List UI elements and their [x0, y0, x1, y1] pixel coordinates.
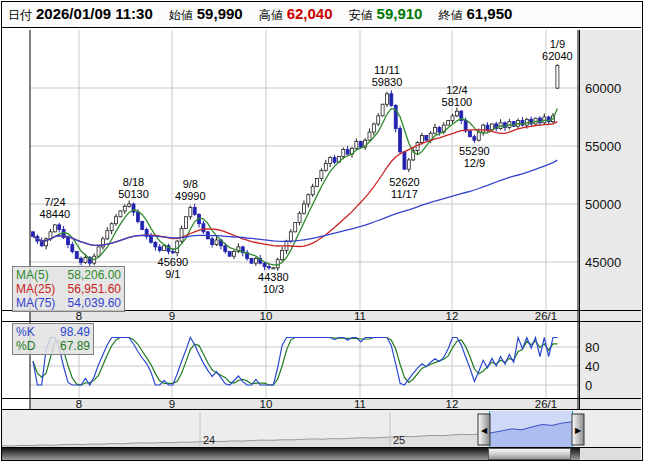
- price-tick-label: 60000: [585, 81, 621, 96]
- annotation: 11/11: [374, 64, 400, 76]
- annotation: 8/18: [123, 176, 144, 188]
- percent-d-value: 67.89: [60, 339, 90, 353]
- navigator-left-handle[interactable]: ◀: [478, 414, 490, 445]
- ma-legend: MA(5) 58,206.00 MA(25) 56,951.60 MA(75) …: [12, 266, 125, 312]
- ma5-label: MA(5): [16, 268, 49, 282]
- month-tick-label: 10: [260, 310, 273, 322]
- header-low: 安値 59,910: [349, 5, 423, 24]
- month-tick-label: 9: [169, 310, 175, 322]
- percent-d-row: %D 67.89: [16, 339, 90, 353]
- annotation: 59830: [372, 76, 403, 88]
- annotation: 10/3: [263, 283, 284, 295]
- open-value: 59,990: [197, 5, 243, 22]
- low-label: 安値: [349, 7, 373, 24]
- annotation: 58100: [442, 96, 473, 108]
- stoch-tick-label: 40: [585, 359, 599, 374]
- close-label: 終値: [438, 7, 462, 24]
- high-label: 高値: [259, 7, 283, 24]
- month-tick-label: 12: [446, 398, 459, 410]
- svg-text:◀: ◀: [481, 426, 488, 435]
- annotation: 44380: [258, 271, 289, 283]
- stoch-tick-label: 0: [585, 378, 592, 393]
- chart-canvas[interactable]: 7/24484408/18501309/849990456909/1443801…: [0, 0, 653, 470]
- header-high: 高値 62,040: [259, 5, 333, 24]
- annotation: 50130: [118, 188, 149, 200]
- header-open: 始値 59,990: [169, 5, 243, 24]
- annotation: 49990: [175, 190, 206, 202]
- annotation: 12/9: [464, 157, 485, 169]
- month-tick-label: 8: [76, 398, 82, 410]
- month-tick-label: 12: [446, 310, 459, 322]
- percent-k-value: 98.49: [60, 325, 90, 339]
- navigator-right-handle[interactable]: ▶: [572, 414, 584, 445]
- ma75-value: 54,039.60: [68, 296, 121, 310]
- annotation: 62040: [542, 50, 573, 62]
- percent-k-row: %K 98.49: [16, 325, 90, 339]
- stochastic-line: [33, 338, 557, 386]
- stock-chart-widget: 7/24484408/18501309/849990456909/1443801…: [0, 0, 653, 470]
- stochastic-line: [33, 338, 557, 386]
- month-tick-label: 26/1: [535, 398, 557, 410]
- month-tick-label: 9: [169, 398, 175, 410]
- month-tick-label: 26/1: [535, 310, 557, 322]
- annotation: 12/4: [446, 84, 467, 96]
- month-tick-label: 11: [354, 398, 366, 410]
- ma25-row: MA(25) 56,951.60: [16, 282, 121, 296]
- close-value: 61,950: [466, 5, 512, 22]
- open-label: 始値: [169, 7, 193, 24]
- annotation: 45690: [158, 256, 189, 268]
- annotation: 9/1: [165, 268, 180, 280]
- high-value: 62,040: [287, 5, 333, 22]
- x-axis-strip-stoch: [30, 398, 578, 410]
- price-tick-label: 55000: [585, 139, 621, 154]
- ma25-label: MA(25): [16, 282, 55, 296]
- scrollbar-thumb[interactable]: [489, 449, 571, 460]
- annotation: 52620: [389, 176, 420, 188]
- navigator-year-label: 25: [393, 434, 405, 446]
- ma75-label: MA(75): [16, 296, 55, 310]
- annotation: 11/17: [391, 188, 418, 200]
- annotation: 48440: [40, 208, 71, 220]
- annotation: 9/8: [183, 178, 198, 190]
- annotation: 7/24: [44, 196, 65, 208]
- ma25-value: 56,951.60: [68, 282, 121, 296]
- date-value: 2026/01/09 11:30: [36, 5, 153, 22]
- price-tick-label: 45000: [585, 255, 621, 270]
- annotation: 1/9: [550, 38, 565, 50]
- ma-line: [33, 109, 557, 266]
- month-tick-label: 10: [260, 398, 273, 410]
- ma5-row: MA(5) 58,206.00: [16, 268, 121, 282]
- month-tick-label: 11: [354, 310, 366, 322]
- header-close: 終値 61,950: [438, 5, 512, 24]
- svg-text:▶: ▶: [575, 426, 582, 435]
- stochastic-legend: %K 98.49 %D 67.89: [12, 323, 94, 355]
- ohlc-header: 日付 2026/01/09 11:30 始値 59,990 高値 62,040 …: [2, 2, 641, 28]
- price-tick-label: 50000: [585, 197, 621, 212]
- low-value: 59,910: [377, 5, 423, 22]
- header-date: 日付 2026/01/09 11:30: [8, 5, 153, 24]
- annotation: 55290: [459, 145, 490, 157]
- navigator-year-label: 24: [203, 434, 215, 446]
- percent-d-label: %D: [16, 339, 35, 353]
- ma75-row: MA(75) 54,039.60: [16, 296, 121, 310]
- ma5-value: 58,206.00: [68, 268, 121, 282]
- percent-k-label: %K: [16, 325, 35, 339]
- stoch-tick-label: 80: [585, 340, 599, 355]
- date-label: 日付: [8, 7, 32, 24]
